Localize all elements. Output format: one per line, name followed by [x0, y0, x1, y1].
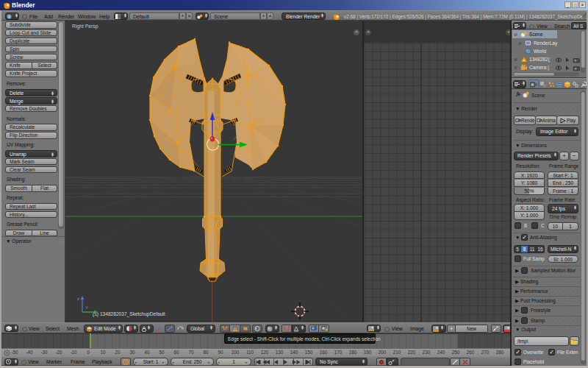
svg-text:z: z: [77, 297, 79, 301]
svg-text:Y: Y: [85, 305, 88, 310]
svg-text:i: i: [9, 14, 10, 18]
